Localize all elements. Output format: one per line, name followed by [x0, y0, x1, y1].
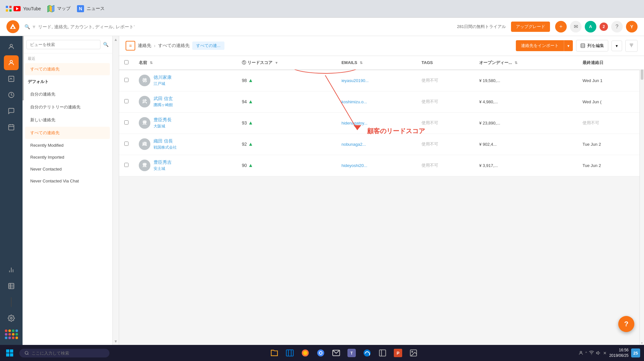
sidebar-item-recently-modified[interactable]: Recently Modified: [25, 140, 110, 151]
sidebar-icon-chat[interactable]: [4, 104, 19, 118]
dropdown-arrow-icon[interactable]: ▾: [33, 23, 35, 30]
sidebar-icon-reports[interactable]: [4, 71, 19, 86]
taskbar-teams[interactable]: T: [345, 346, 359, 360]
dropdown-arrow-btn[interactable]: ▾: [611, 41, 622, 51]
youtube-tab[interactable]: YouTube: [14, 6, 41, 11]
row-checkbox-cell[interactable]: [119, 134, 134, 155]
row-checkbox-cell[interactable]: [119, 112, 134, 134]
scroll-down-arrow[interactable]: ▼: [114, 339, 118, 344]
sidebar-icon-grid[interactable]: [4, 327, 19, 342]
news-tab[interactable]: N ニュース: [77, 5, 105, 12]
email-cell[interactable]: hidenagatoy...: [336, 112, 416, 134]
sidebar-item-all-contacts[interactable]: すべての連絡先: [25, 127, 110, 139]
scrollbar-down-arrow[interactable]: ▼: [641, 342, 643, 344]
start-button[interactable]: [4, 347, 15, 359]
sidebar-icon-contacts[interactable]: [4, 55, 19, 70]
taskbar-powerpoint[interactable]: P: [391, 346, 405, 360]
notification-badge[interactable]: 2: [600, 23, 608, 31]
contact-name[interactable]: 織田 信長: [154, 138, 177, 144]
sidebar-icon-calendar[interactable]: [4, 120, 19, 134]
col-header-emails[interactable]: EMAILS ⇅: [336, 56, 416, 70]
help-button[interactable]: ?: [611, 21, 623, 32]
select-all-checkbox[interactable]: [124, 60, 128, 64]
search-input[interactable]: [38, 24, 135, 29]
select-all-header[interactable]: [119, 56, 134, 70]
sidebar-icon-deals[interactable]: [4, 88, 19, 102]
sidebar-icon-settings[interactable]: [4, 311, 19, 326]
import-dropdown-arrow[interactable]: ▾: [564, 40, 573, 51]
nav-section-header-default[interactable]: デフォルト: [23, 76, 112, 88]
taskbar-arrow-icon[interactable]: ^: [585, 351, 587, 355]
breadcrumb-pill[interactable]: すべての連...: [192, 42, 224, 50]
table-row: 徳 徳川家康 江戸城 98 ▲ ieyasu20190... 使用不可 ¥ 19…: [119, 70, 644, 91]
col-header-tags[interactable]: TAGS: [416, 56, 474, 70]
row-checkbox-1[interactable]: [124, 99, 128, 103]
contact-name[interactable]: 豊臣秀長: [154, 117, 172, 123]
taskbar-photos[interactable]: [406, 346, 421, 360]
contact-company[interactable]: 躑躅ヶ崎館: [154, 102, 173, 108]
sidebar-item-all-contacts-recent[interactable]: すべての連絡先: [25, 63, 110, 75]
grid-apps-icon[interactable]: [5, 5, 12, 12]
col-header-last-contact[interactable]: 最終連絡日: [577, 56, 644, 70]
col-header-open-deals[interactable]: オープンディー... ⇅: [474, 56, 577, 70]
vertical-scrollbar[interactable]: ▲ ▼: [639, 56, 644, 345]
add-button[interactable]: ＋: [555, 21, 567, 32]
contact-name[interactable]: 豊臣秀吉: [154, 160, 172, 165]
sidebar-item-never-contacted[interactable]: Never Contacted: [25, 163, 110, 175]
breadcrumb-parent[interactable]: 連絡先: [138, 43, 151, 49]
sidebar-item-recently-imported[interactable]: Recently Imported: [25, 152, 110, 163]
email-cell[interactable]: nobunaga2...: [336, 134, 416, 155]
sidebar-icon-analytics[interactable]: [4, 263, 19, 277]
nav-search-button[interactable]: 🔍: [103, 42, 109, 47]
taskbar-edge[interactable]: [360, 346, 374, 360]
taskbar-files[interactable]: [375, 346, 390, 360]
taskbar-search[interactable]: [19, 349, 109, 357]
row-checkbox-2[interactable]: [124, 120, 128, 125]
edit-columns-button[interactable]: 列を編集: [576, 40, 608, 51]
taskbar-store[interactable]: [283, 346, 297, 360]
taskbar-close-icon[interactable]: ✕: [603, 351, 607, 356]
row-checkbox-3[interactable]: [124, 142, 128, 146]
row-checkbox-cell[interactable]: [119, 155, 134, 176]
row-checkbox-cell[interactable]: [119, 70, 134, 91]
col-header-name[interactable]: 名前 ⇅: [134, 56, 237, 70]
help-fab[interactable]: ?: [618, 316, 634, 332]
contact-company[interactable]: 大阪城: [154, 124, 172, 129]
taskbar-email[interactable]: [329, 346, 343, 360]
row-checkbox-cell[interactable]: [119, 91, 134, 112]
taskbar-firefox[interactable]: [298, 346, 312, 360]
contact-company[interactable]: 戦国株式会社: [154, 145, 177, 150]
nav-search-input[interactable]: [26, 40, 100, 49]
contact-company[interactable]: 安土城: [154, 166, 172, 171]
sidebar-item-my-contacts[interactable]: 自分の連絡先: [25, 88, 110, 100]
contact-name[interactable]: 武田 信玄: [154, 96, 173, 102]
breadcrumb-icon[interactable]: ≡: [126, 41, 135, 51]
taskbar-file-explorer[interactable]: [267, 346, 281, 360]
email-cell[interactable]: koshimizu.o...: [336, 91, 416, 112]
sidebar-item-new-contacts[interactable]: 新しい連絡先: [25, 114, 110, 126]
app-logo[interactable]: [6, 20, 19, 33]
email-cell[interactable]: ieyasu20190...: [336, 70, 416, 91]
taskbar-search-input[interactable]: [32, 351, 96, 356]
search-icon[interactable]: 🔍: [24, 24, 30, 29]
email-button[interactable]: ✉: [570, 21, 582, 32]
col-header-lead-score[interactable]: ① リードスコア ▼: [237, 56, 336, 70]
row-checkbox-4[interactable]: [124, 163, 128, 167]
taskbar-chrome[interactable]: [314, 346, 328, 360]
sidebar-item-never-contacted-via-chat[interactable]: Never Contacted Via Chat: [25, 175, 110, 187]
filter-button[interactable]: [625, 40, 638, 52]
email-cell[interactable]: hideyoshi20...: [336, 155, 416, 176]
user-avatar[interactable]: Y: [626, 21, 638, 32]
user-initials-button[interactable]: A: [585, 21, 596, 32]
import-button[interactable]: 連絡先をインポート: [516, 40, 564, 51]
contact-name[interactable]: 徳川家康: [154, 75, 172, 80]
sidebar-icon-table[interactable]: [4, 279, 19, 293]
row-checkbox-0[interactable]: [124, 78, 128, 82]
upgrade-button[interactable]: アップグレード: [511, 22, 550, 32]
maps-tab[interactable]: マップ: [47, 5, 71, 12]
scroll-up-arrow[interactable]: ▲: [114, 37, 118, 42]
sidebar-item-territory-contacts[interactable]: 自分のテリトリーの連絡先: [25, 101, 110, 113]
taskbar-notification-count[interactable]: 25: [631, 348, 640, 357]
sidebar-icon-home[interactable]: [4, 39, 19, 54]
contact-company[interactable]: 江戸城: [154, 81, 172, 87]
